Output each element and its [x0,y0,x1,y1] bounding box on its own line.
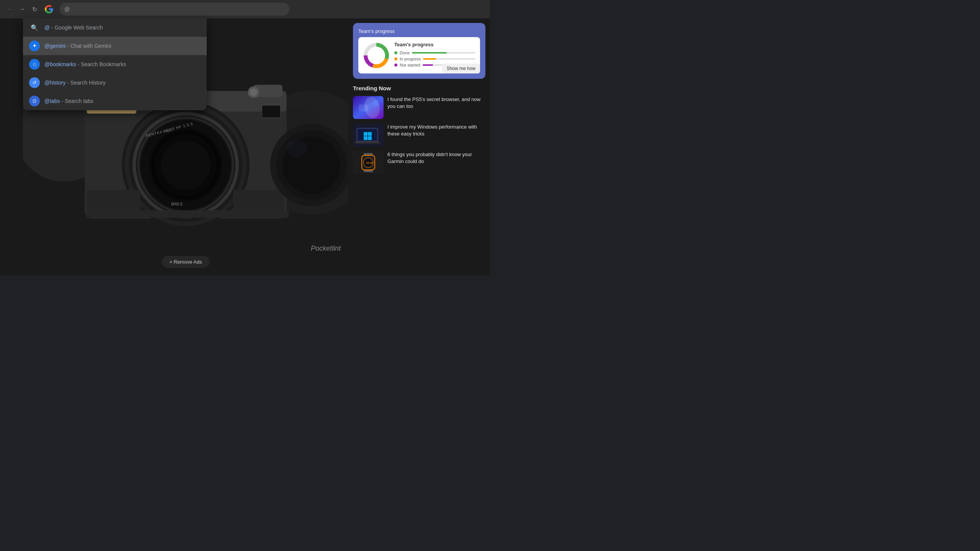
svg-point-42 [369,48,384,63]
omnibox-dropdown: 🔍 @ - Google Web Search ✦ @gemini - Chat… [23,18,207,110]
progress-donut-chart [363,42,390,69]
garmin-thumb-icon: 10:10 [353,151,384,174]
dropdown-label-gemini: @gemini - Chat with Gemini [44,43,111,49]
dropdown-item-tabs[interactable]: ⊡ @tabs - Search tabs [23,92,207,110]
trending-thumb-windows [353,124,384,147]
trending-item-ps5[interactable]: I found the PS5's secret browser, and no… [353,96,485,119]
address-bar[interactable]: @ [60,3,289,16]
trending-text-windows: I improve my Windows performance with th… [387,124,485,147]
trending-thumb-garmin: 10:10 [353,151,384,174]
browser-chrome: ← → ↻ @ [0,0,490,18]
svg-rect-53 [368,136,372,140]
svg-rect-50 [364,132,368,136]
svg-point-37 [287,140,307,157]
svg-point-46 [373,101,379,107]
svg-rect-54 [355,142,380,143]
dropdown-item-bookmarks[interactable]: ☆ @bookmarks - Search Bookmarks [23,55,207,73]
remove-ads-bar[interactable]: × Remove Ads [162,256,210,268]
svg-rect-56 [364,153,373,155]
svg-text:10:10: 10:10 [366,161,373,164]
ps5-thumb-icon [353,96,384,119]
dropdown-label-history: @history - Search History [44,80,106,86]
dropdown-item-web-search[interactable]: 🔍 @ - Google Web Search [23,18,207,37]
dropdown-item-gemini[interactable]: ✦ @gemini - Chat with Gemini [23,37,207,55]
team-progress-card: Team's progress Team's prog [353,23,485,79]
bookmarks-icon: ☆ [29,59,40,70]
svg-rect-33 [87,210,289,218]
pocketlint-watermark: Pocketlint [311,245,341,253]
svg-point-14 [250,88,257,96]
trending-item-garmin[interactable]: 10:10 6 things you probably didn't know … [353,151,485,174]
dropdown-label-bookmarks: @bookmarks - Search Bookmarks [44,61,126,67]
svg-point-28 [161,140,210,190]
trending-item-windows[interactable]: I improve my Windows performance with th… [353,124,485,147]
forward-button[interactable]: → [17,4,28,15]
dropdown-item-history[interactable]: ↺ @history - Search History [23,73,207,92]
trending-text-garmin: 6 things you probably didn't know your G… [387,151,485,174]
dropdown-label-web-search: @ - Google Web Search [44,24,103,31]
reload-button[interactable]: ↻ [29,4,40,15]
svg-rect-57 [364,170,373,172]
dropdown-label-tabs: @tabs - Search tabs [44,98,93,104]
svg-rect-52 [364,136,368,140]
trending-text-ps5: I found the PS5's secret browser, and no… [387,96,485,119]
back-button[interactable]: ← [5,4,15,15]
windows-thumb-icon [353,124,384,147]
done-bar [412,52,475,54]
gemini-icon: ✦ [29,41,40,51]
svg-text:Ø40.5: Ø40.5 [171,202,182,206]
trending-thumb-ps5 [353,96,384,119]
trending-title: Trending Now [353,85,485,91]
address-at-icon: @ [64,6,70,12]
svg-rect-51 [368,132,372,136]
in-progress-bar [423,58,475,60]
google-logo-icon [44,5,54,14]
done-dot [394,51,397,54]
history-icon: ↺ [29,77,40,88]
in-progress-dot [394,57,397,60]
legend-item-done: Done [394,51,475,55]
legend-item-in-progress: In progress [394,57,475,61]
search-icon: 🔍 [29,22,40,33]
right-sidebar: Team's progress Team's prog [348,18,490,276]
nav-buttons: ← → ↻ [5,4,40,15]
tabs-icon: ⊡ [29,96,40,106]
progress-legend-title: Team's progress [394,42,475,47]
left-sidebar [0,18,23,276]
not-started-dot [394,64,397,67]
address-bar-container: @ [60,3,289,16]
show-me-how-button[interactable]: Show me how [442,64,480,73]
svg-rect-30 [262,105,280,117]
team-progress-card-title: Team's progress [358,28,480,34]
svg-rect-45 [359,104,368,111]
